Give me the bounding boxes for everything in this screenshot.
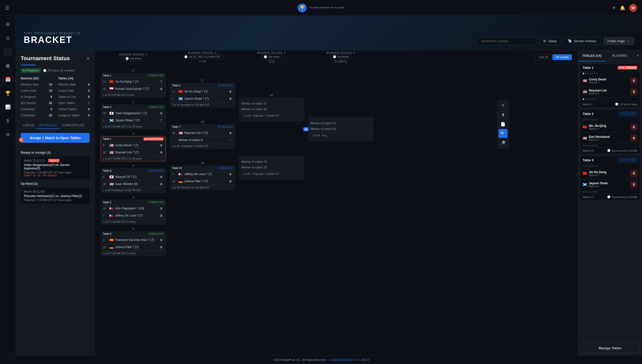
match-41-row1: Winner of match 17 -	[241, 101, 302, 106]
match-4-wrapper: 4 Table 8 SCHEDULED 6 🇯🇵 Naoyuki Oi 7 (7…	[101, 163, 166, 193]
manage-tables-button[interactable]: Manage Tables	[580, 343, 640, 353]
table-1-dots-top	[580, 72, 640, 75]
sidebar-chart-icon[interactable]: 📊	[4, 102, 12, 112]
tab-tables[interactable]: TABLES (14)	[578, 50, 606, 62]
match-53-wrapper: 53 Winner of match 41 - Winner of match …	[308, 118, 373, 141]
table-1-time: 🕐 21 hrs 41 mins	[615, 102, 637, 106]
assign-match-button[interactable]: Assign 1 Match to Open Tables	[21, 133, 90, 143]
sidebar-home-icon[interactable]: ⊞	[4, 20, 12, 28]
stat-completed: Completed 22	[21, 113, 52, 118]
match-r3-bottom-wrapper: Winner of match 19 - Winner of match 20 …	[239, 155, 304, 180]
match-17-block: Table 1 COMPLETED 11 🇨🇳 Jin-Hu Dang 7 (7…	[101, 73, 166, 98]
sidebar-bracket-icon[interactable]: ⋮⋮	[4, 47, 12, 56]
sidebar-stats-icon[interactable]: ◎	[4, 34, 12, 42]
tab-live[interactable]: LIVE (9)	[21, 122, 37, 129]
right-panel-close-btn[interactable]: ✕	[633, 50, 642, 62]
top-nav: ☰ 🏆 TOURNAMENT BUILDER ☀ 🔔 W	[0, 0, 642, 16]
sidebar-trophy-icon[interactable]: 🏆	[4, 89, 12, 98]
match-17-r2-num: 17	[170, 79, 235, 82]
toolbar-file-btn[interactable]: 📄	[499, 120, 507, 128]
toolbar-zoom-out-btn[interactable]: 🔎	[499, 138, 507, 147]
toolbar-list-btn[interactable]: ≡	[499, 101, 507, 110]
table-1-player1: 🇺🇸 Corey Deuel Race to 7 0	[580, 75, 640, 86]
round-1-time-btn[interactable]: 🕐 Set times	[122, 56, 144, 61]
player-name: Jin-Hu Dang 7 (7)	[115, 80, 157, 83]
player-score: 7	[159, 80, 164, 84]
assign-badge: 3	[19, 137, 24, 142]
stat-open-tables: Open Tables 1	[58, 100, 90, 106]
match-5-wrapper: 5 Table 2 COMPLETED 19 🇵🇭 Alex Pagulayan…	[101, 195, 166, 224]
theme-toggle-icon[interactable]: ☀	[612, 5, 616, 10]
match-33-players: Yukio Akagariyama(7) vs. Darren Appleton…	[24, 163, 87, 170]
match-17-num: 17	[101, 69, 166, 72]
bracket-area[interactable]: WINNER ROUND 1 🕐 Set times WINNER ROUND …	[95, 50, 578, 355]
match-18-block: Table ? SCHEDULED 32 🇺🇸 Reymart Lim 7 (7…	[170, 124, 235, 149]
match-3-block: Table 1 LIVESTREAM 8 🇺🇸 Corey D	[101, 136, 166, 161]
match-2-block: Table 3 COMPLETED 20 🇯🇵 Yukio Akagariyam…	[101, 104, 166, 129]
table-3-footer: Match 17 🕐 Tomorrow at 3:29 AM	[580, 194, 640, 200]
sidebar-settings-icon[interactable]: ⚙	[4, 130, 12, 139]
round-2-range: 17-24	[199, 60, 206, 63]
bracket-subtitle: TEST TOURNAMENT BRACKET 29	[24, 32, 81, 35]
player-name: Konrad Juszczyszyn 7 (7)	[115, 87, 157, 90]
sidebar-calendar-icon[interactable]: 📅	[4, 75, 12, 84]
match-6-num: 6	[101, 228, 166, 230]
last-16-filter-btn[interactable]: Last 16	[535, 54, 551, 60]
all-rounds-filter-btn[interactable]: All rounds	[552, 54, 572, 60]
match-18-wrapper: 18 Table ? SCHEDULED 32 🇺🇸 Reymart Lim 7…	[170, 119, 235, 149]
user-avatar[interactable]: W	[629, 4, 637, 12]
footer-link[interactable]: contact@digitalpool.com	[329, 358, 359, 361]
round-4-range: 5-6 ($971)	[335, 60, 347, 63]
player-seed: 11	[103, 80, 108, 83]
panel-close-button[interactable]: ✕	[86, 56, 90, 61]
filter-btns: Last 16 All rounds	[533, 50, 574, 64]
stat-losers-side-matches: Losers Side 10	[21, 88, 52, 94]
footer-version: - v0.2.0	[360, 358, 369, 361]
bracket-spacer-1	[170, 110, 235, 118]
tab-players[interactable]: PLAYERS	[606, 50, 633, 62]
logo-icon: 🏆	[298, 4, 307, 12]
toolbar-zoom-in-btn[interactable]: 🔍	[499, 129, 507, 138]
public-page-button[interactable]: Public Page →	[603, 37, 634, 45]
nav-right: ☀ 🔔 W	[612, 4, 637, 12]
match-33-title: Match 33 (L2-1) - Table 6	[24, 159, 87, 162]
hamburger-icon[interactable]: ☰	[5, 5, 9, 11]
tab-complete[interactable]: COMPLETE (22)	[60, 122, 87, 129]
match-53-placeholder: Winner of match 41 - Winner of match 42 …	[308, 118, 373, 141]
sidebar-games-icon[interactable]: ▦	[4, 61, 12, 70]
match-17-status: COMPLETED	[148, 74, 164, 77]
matches-header: Matches (63)	[21, 77, 52, 80]
table-2-dots-bottom	[580, 144, 640, 147]
round-3-time-btn[interactable]: 🕐 Set times	[261, 54, 283, 60]
round-4-time-btn[interactable]: 🕐 Set times	[330, 54, 352, 60]
up-next-section-title: Up Next (1)	[21, 182, 90, 186]
player-search-input[interactable]	[477, 37, 536, 45]
notifications-icon[interactable]: 🔔	[620, 5, 625, 10]
match-38-title: Match 38 (L2-6)	[24, 190, 87, 193]
table-2-footer: Match 23 🕐 Tomorrow at 3:29 AM	[580, 147, 640, 154]
round-4-header: WINNER ROUND 4 🕐 Set times 5-6 ($971)	[306, 50, 375, 64]
tab-on-deck[interactable]: ON DECK (1)	[37, 122, 60, 129]
match-17-wrapper: 17 Table 1 COMPLETED 11 🇨🇳 Jin-Hu Dang 7…	[101, 68, 166, 98]
tables-header: Tables (14)	[58, 77, 90, 80]
table-cards: Table 1 LIVE STREAM 🇺🇸 Corey Deuel Race …	[578, 62, 642, 341]
round-3-label: WINNER ROUND 3	[257, 52, 286, 54]
round-1-label: WINNER ROUND 1	[119, 53, 148, 56]
round-2-time-btn[interactable]: 🕐 Jul 18, 2021 3:29 AM CDT	[181, 54, 224, 60]
bracket-title: BRACKET	[24, 35, 81, 45]
table-3-player1: 🇨🇳 Jin-Hu Dang Race to 7 0	[580, 168, 640, 179]
match-3-player2: 32 🇺🇸 Reymart Lim 7 (7) 0	[101, 149, 166, 156]
stream-overlay-button[interactable]: 📡 Stream Overlay	[564, 37, 600, 45]
table-2-header: Table 2 SCHEDULED	[580, 110, 640, 118]
setup-button[interactable]: ⚙ Setup	[539, 37, 561, 45]
body-area: Tournament Status ✕ In Progress 🕐 20 hou…	[16, 50, 642, 355]
match-17-player2: 31 🇵🇱 Konrad Juszczyszyn 7 (7) 0	[101, 85, 166, 92]
toolbar-download-btn[interactable]: ⬇	[499, 110, 507, 119]
match-17-header: Table 1 COMPLETED	[101, 73, 166, 78]
clock-icon: 🕐	[333, 55, 336, 58]
player-seed: 31	[103, 87, 108, 90]
match-6-header: Table 5 COMPLETED	[101, 232, 166, 236]
status-tabs: LIVE (9) ON DECK (1) COMPLETE (22)	[21, 122, 90, 129]
match-6-block: Table 5 COMPLETED 3 🇪🇸 Francisco Sanchez…	[101, 231, 166, 256]
sidebar-dollar-icon[interactable]: $	[4, 116, 12, 125]
